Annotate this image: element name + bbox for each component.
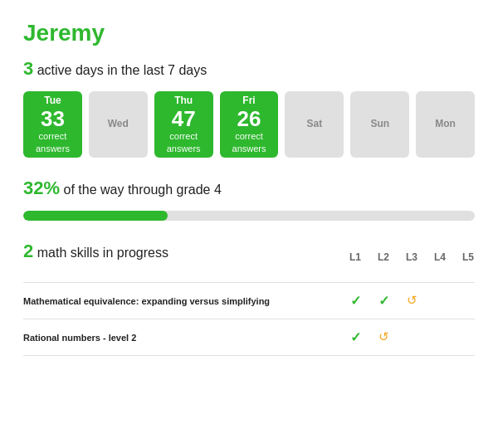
day-cell-mon: Mon [416,91,475,158]
level-label-l1: L1 [349,251,362,263]
day-cell-thu: Thu 47 correctanswers [154,91,213,158]
day-cell-fri: Fri 26 correctanswers [220,91,279,158]
level-label-l5: L5 [461,251,475,263]
skill-name: Mathematical equivalence: expanding vers… [23,296,349,306]
skills-section: 2 math skills in progress L1L2L3L4L5 Mat… [23,241,475,356]
day-count: 47 [172,108,196,129]
check-icon: ✓ [377,293,390,309]
skill-row: Mathematical equivalence: expanding vers… [23,282,475,319]
day-cell-tue: Tue 33 correctanswers [23,91,82,158]
empty-skill-cell [461,329,475,345]
day-name: Fri [242,95,255,106]
skill-icons: ✓↺ [349,329,475,345]
student-name: Jeremy [23,20,475,46]
day-name: Wed [108,118,129,129]
progress-bar-container [23,211,475,221]
skills-label: math skills in progress [37,246,168,260]
day-name: Mon [435,118,456,129]
check-icon: ✓ [349,329,362,345]
skills-header-row: 2 math skills in progress L1L2L3L4L5 [23,241,475,274]
day-cell-wed: Wed [89,91,148,158]
progress-label: of the way through grade 4 [64,183,222,197]
day-name: Sat [307,118,323,129]
progress-percent-text: 32% [23,178,60,198]
refresh-icon: ↺ [405,293,418,309]
progress-bar-fill [23,211,168,221]
skill-name: Rational numbers - level 2 [23,333,349,343]
level-label-l4: L4 [433,251,447,263]
level-labels: L1L2L3L4L5 [349,251,475,263]
skill-icons: ✓✓↺ [349,293,475,309]
day-label: correctanswers [232,130,266,154]
progress-section: 32% of the way through grade 4 [23,178,475,221]
day-name: Sun [370,118,389,129]
check-icon: ✓ [349,293,362,309]
day-name: Tue [44,95,61,106]
empty-skill-cell [405,329,418,345]
skills-table: Mathematical equivalence: expanding vers… [23,282,475,356]
day-cell-sun: Sun [350,91,409,158]
active-days-count: 3 [23,58,33,79]
level-label-l2: L2 [377,251,390,263]
refresh-icon: ↺ [377,329,390,345]
skills-count: 2 [23,241,33,261]
active-days-title: 3 active days in the last 7 days [23,58,475,80]
skills-title: 2 math skills in progress [23,241,349,262]
day-label: correctanswers [167,130,201,154]
day-count: 26 [237,108,261,129]
progress-title: 32% of the way through grade 4 [23,178,475,199]
day-count: 33 [41,108,65,129]
skill-row: Rational numbers - level 2✓↺ [23,319,475,356]
day-name: Thu [174,95,193,106]
empty-skill-cell [433,293,447,309]
day-cell-sat: Sat [285,91,344,158]
empty-skill-cell [461,293,475,309]
level-label-l3: L3 [405,251,418,263]
empty-skill-cell [433,329,447,345]
day-label: correctanswers [36,130,70,154]
days-row: Tue 33 correctanswers Wed Thu 47 correct… [23,91,475,158]
active-days-label: active days in the last 7 days [37,63,208,77]
